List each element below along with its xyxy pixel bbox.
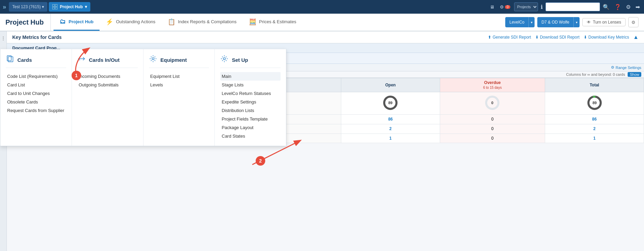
mega-menu-item-cards-0[interactable]: Code List (Requirements) bbox=[6, 72, 66, 81]
turn-on-lenses-btn[interactable]: 👁 Turn on Lenses bbox=[582, 18, 626, 26]
open-value[interactable]: 86 bbox=[388, 117, 393, 122]
mega-menu-item-set-up-7[interactable]: Card States bbox=[220, 132, 281, 140]
page-title: Project Hub bbox=[5, 14, 51, 31]
download-key-link[interactable]: ⬇ Download Key Metrics bbox=[584, 35, 629, 40]
tab-prices[interactable]: 🧮 Prices & Estimates bbox=[243, 14, 302, 31]
levelco-arrow-btn[interactable]: ▾ bbox=[528, 17, 535, 27]
cell-total[interactable]: 2 bbox=[545, 124, 644, 134]
mega-menu-item-set-up-6[interactable]: Package Layout bbox=[220, 123, 281, 132]
mega-menu-item-cards-in-out-1[interactable]: Outgoing Submittals bbox=[77, 81, 138, 89]
d7-arrow-btn[interactable]: ▾ bbox=[573, 17, 580, 27]
lens-gear-icon: ⚙ bbox=[631, 20, 635, 25]
monitor-badge-btn[interactable]: 🖥 bbox=[488, 3, 496, 11]
cell-open[interactable]: 2 bbox=[341, 124, 440, 134]
mega-menu-item-set-up-2[interactable]: LevelCo Return Statuses bbox=[220, 89, 281, 98]
svg-rect-0 bbox=[53, 4, 55, 6]
lens-icon: 👁 bbox=[587, 20, 591, 25]
tab-index-label: Index Reports & Compilations bbox=[178, 19, 237, 24]
top-nav-right: 🖥 ⚙ 0 Projects ℹ 🔍 ❓ ⚙ ➡ bbox=[488, 2, 641, 12]
lens-settings-btn[interactable]: ⚙ bbox=[628, 17, 639, 27]
global-search-input[interactable] bbox=[545, 2, 600, 11]
levelco-btn[interactable]: LevelCo bbox=[505, 17, 528, 27]
module-arrow-icon: ▾ bbox=[85, 4, 87, 9]
mega-menu-item-cards-1[interactable]: Card List bbox=[6, 81, 66, 89]
svg-text:89: 89 bbox=[388, 101, 392, 105]
mega-menu-item-cards-2[interactable]: Card to Unit Changes bbox=[6, 89, 66, 98]
cell-open: 89 bbox=[341, 92, 440, 115]
download-key-icon: ⬇ bbox=[584, 35, 587, 40]
svg-point-18 bbox=[223, 58, 225, 60]
generate-sdi-label: Generate SDI Report bbox=[493, 35, 531, 40]
tab-outstanding-label: Outstanding Actions bbox=[116, 19, 155, 24]
tab-index-reports[interactable]: 📋 Index Reports & Compilations bbox=[162, 14, 243, 31]
levelco-dropdown-group: LevelCo ▾ bbox=[505, 17, 535, 27]
svg-rect-1 bbox=[55, 4, 57, 6]
mega-menu-item-set-up-0[interactable]: Main bbox=[220, 72, 281, 81]
svg-text:89: 89 bbox=[592, 101, 596, 105]
tab-project-hub[interactable]: 🗂 Project Hub bbox=[54, 14, 100, 31]
d7-dropdown-group: D7 & OD Wolfe ▾ bbox=[537, 17, 580, 27]
settings-icon-btn[interactable]: ⚙ bbox=[625, 2, 632, 12]
total-value[interactable]: 1 bbox=[593, 136, 596, 141]
tab-project-hub-icon: 🗂 bbox=[60, 18, 66, 25]
cell-overdue: 0 bbox=[440, 115, 545, 124]
tab-outstanding-icon: ⚡ bbox=[106, 18, 113, 26]
help-icon-btn[interactable]: ❓ bbox=[613, 2, 623, 12]
open-value[interactable]: 2 bbox=[389, 126, 392, 131]
search-area: Projects ℹ 🔍 bbox=[514, 2, 611, 12]
cell-open[interactable]: 86 bbox=[341, 115, 440, 124]
mega-menu-item-equipment-1[interactable]: Levels bbox=[149, 81, 209, 89]
tab-index-icon: 📋 bbox=[168, 18, 175, 26]
mega-menu-col-icon-cards-in-out bbox=[77, 55, 86, 65]
active-module-btn[interactable]: Project Hub ▾ bbox=[49, 2, 90, 12]
mega-menu-item-set-up-1[interactable]: Stage Lists bbox=[220, 81, 281, 89]
logout-icon-btn[interactable]: ➡ bbox=[634, 2, 641, 12]
mega-menu-item-equipment-0[interactable]: Equipment List bbox=[149, 72, 209, 81]
metrics-actions: ⬆ Generate SDI Report ⬇ Download SDI Rep… bbox=[488, 34, 639, 40]
mega-menu-col-title-cards: Cards bbox=[17, 57, 32, 63]
svg-text:0: 0 bbox=[491, 101, 493, 105]
mega-menu-item-cards-4[interactable]: Request Cards from Supplier bbox=[6, 106, 66, 115]
mega-menu-item-set-up-3[interactable]: Expedite Settings bbox=[220, 98, 281, 106]
col-total: Total bbox=[545, 78, 644, 92]
show-columns-btn[interactable]: Show bbox=[628, 72, 641, 77]
mega-menu-item-set-up-4[interactable]: Distribution Lists bbox=[220, 106, 281, 115]
total-value[interactable]: 2 bbox=[593, 126, 596, 131]
cell-total[interactable]: 86 bbox=[545, 115, 644, 124]
d7-btn[interactable]: D7 & OD Wolfe bbox=[537, 17, 573, 27]
range-settings-label: Range Settings bbox=[616, 66, 641, 70]
collapse-metrics-btn[interactable]: ▲ bbox=[633, 34, 639, 40]
top-nav-bar: » Test 123 (7615) ▾ Project Hub ▾ 🖥 ⚙ 0 … bbox=[0, 0, 644, 14]
svg-point-17 bbox=[152, 58, 154, 60]
mega-menu-col-header-cards: Cards bbox=[6, 55, 66, 68]
tab-project-hub-label: Project Hub bbox=[69, 19, 93, 24]
mega-menu-col-equipment: EquipmentEquipment ListLevels bbox=[144, 49, 215, 146]
download-sdi-icon: ⬇ bbox=[535, 35, 539, 40]
main-nav-tabs: 🗂 Project Hub ⚡ Outstanding Actions 📋 In… bbox=[54, 14, 302, 31]
info-icon-btn[interactable]: ℹ bbox=[539, 2, 544, 12]
breadcrumb-test123[interactable]: Test 123 (7615) ▾ bbox=[9, 2, 47, 12]
mega-menu-item-set-up-5[interactable]: Project Fields Template bbox=[220, 115, 281, 123]
app-logo: » bbox=[3, 3, 6, 11]
sidebar-toggle-icon: ⋮ bbox=[1, 36, 5, 41]
cell-total[interactable]: 1 bbox=[545, 134, 644, 143]
tab-outstanding-actions[interactable]: ⚡ Outstanding Actions bbox=[100, 14, 162, 31]
open-value[interactable]: 1 bbox=[389, 136, 392, 141]
mega-menu-item-cards-3[interactable]: Obsolete Cards bbox=[6, 98, 66, 106]
search-icon-btn[interactable]: 🔍 bbox=[601, 2, 611, 12]
total-value[interactable]: 86 bbox=[592, 117, 597, 122]
columns-info-label: Columns for ∞ and beyond: 0 cards bbox=[566, 72, 625, 76]
search-category-select[interactable]: Projects bbox=[514, 2, 538, 11]
cell-open[interactable]: 1 bbox=[341, 134, 440, 143]
gear-badge-btn[interactable]: ⚙ 0 bbox=[498, 3, 512, 11]
download-sdi-link[interactable]: ⬇ Download SDI Report bbox=[535, 35, 580, 40]
lens-label: Turn on Lenses bbox=[593, 20, 621, 25]
main-content-area: ⋮ Key Metrics for Cards ⬆ Generate SDI R… bbox=[0, 31, 644, 251]
nav-right-actions: LevelCo ▾ D7 & OD Wolfe ▾ 👁 Turn on Lens… bbox=[505, 14, 639, 31]
mega-menu-col-title-equipment: Equipment bbox=[161, 57, 187, 63]
project-hub-nav-icon bbox=[52, 4, 58, 10]
mega-menu-item-cards-in-out-0[interactable]: Incoming Documents bbox=[77, 72, 138, 81]
generate-sdi-link[interactable]: ⬆ Generate SDI Report bbox=[488, 35, 531, 40]
range-settings-link[interactable]: ⚙ Range Settings bbox=[611, 65, 641, 70]
mega-menu-col-cards-in-out: Cards In/OutIncoming DocumentsOutgoing S… bbox=[72, 49, 144, 146]
